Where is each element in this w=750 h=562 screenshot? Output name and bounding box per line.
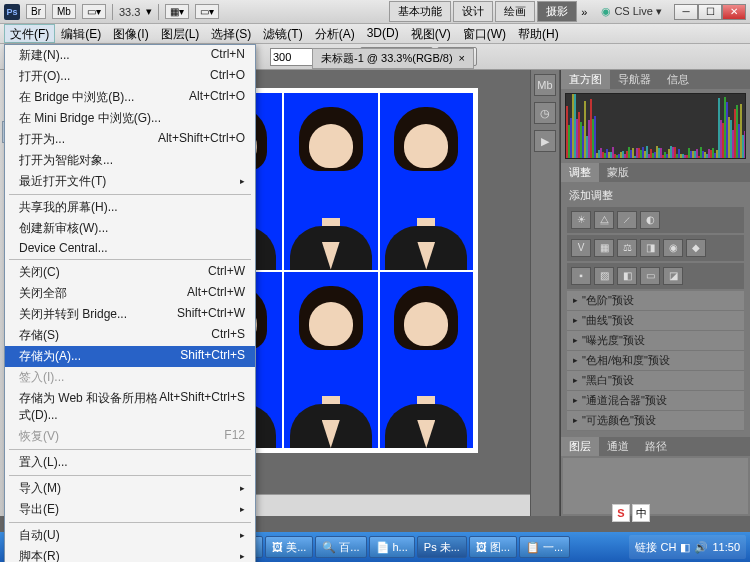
gradientmap-icon[interactable]: ▭ <box>640 267 660 285</box>
menu-item[interactable]: 打开为智能对象... <box>5 150 255 171</box>
ws-tab-design[interactable]: 设计 <box>453 1 493 22</box>
volume-icon[interactable]: 🔊 <box>694 541 708 554</box>
dock-actions-icon[interactable]: ▶ <box>534 130 556 152</box>
exposure-icon[interactable]: ◐ <box>640 211 660 229</box>
menu-image[interactable]: 图像(I) <box>107 24 154 43</box>
system-tray[interactable]: 链接 CH ◧ 🔊 11:50 <box>629 535 746 559</box>
zoom-dropdown-icon[interactable]: ▾ <box>146 5 152 18</box>
close-button[interactable]: ✕ <box>722 4 746 20</box>
vibrance-icon[interactable]: V <box>571 239 591 257</box>
ws-tab-photography[interactable]: 摄影 <box>537 1 577 22</box>
menu-item[interactable]: 共享我的屏幕(H)... <box>5 197 255 218</box>
channelmixer-icon[interactable]: ◆ <box>686 239 706 257</box>
dock-history-icon[interactable]: ◷ <box>534 102 556 124</box>
posterize-icon[interactable]: ▨ <box>594 267 614 285</box>
menu-item[interactable]: 置入(L)... <box>5 452 255 473</box>
document-tab[interactable]: 未标题-1 @ 33.3%(RGB/8)× <box>312 48 474 69</box>
tray-icon[interactable]: ◧ <box>680 541 690 554</box>
menu-window[interactable]: 窗口(W) <box>457 24 512 43</box>
invert-icon[interactable]: ▪ <box>571 267 591 285</box>
menu-analysis[interactable]: 分析(A) <box>309 24 361 43</box>
menu-item[interactable]: 关闭并转到 Bridge...Shift+Ctrl+W <box>5 304 255 325</box>
selectivecolor-icon[interactable]: ◪ <box>663 267 683 285</box>
tab-navigator[interactable]: 导航器 <box>610 70 659 89</box>
menu-item[interactable]: 打开为...Alt+Shift+Ctrl+O <box>5 129 255 150</box>
menu-3d[interactable]: 3D(D) <box>361 24 405 43</box>
tab-histogram[interactable]: 直方图 <box>561 70 610 89</box>
zoom-value[interactable]: 33.3 <box>119 6 140 18</box>
ws-tab-essentials[interactable]: 基本功能 <box>389 1 451 22</box>
tab-channels[interactable]: 通道 <box>599 437 637 456</box>
maximize-button[interactable]: ☐ <box>698 4 722 20</box>
threshold-icon[interactable]: ◧ <box>617 267 637 285</box>
adjustment-icons-row1: ☀ ⧋ ⟋ ◐ <box>567 207 744 233</box>
preset-item[interactable]: "可选颜色"预设 <box>567 411 744 431</box>
menu-item[interactable]: 在 Bridge 中浏览(B)...Alt+Ctrl+O <box>5 87 255 108</box>
menu-item[interactable]: 导入(M)▸ <box>5 478 255 499</box>
menu-item[interactable]: 最近打开文件(T)▸ <box>5 171 255 192</box>
menu-item[interactable]: 导出(E)▸ <box>5 499 255 520</box>
taskbar-item[interactable]: 🖼图... <box>469 536 517 558</box>
taskbar-item[interactable]: 🖼美... <box>265 536 313 558</box>
tab-info[interactable]: 信息 <box>659 70 697 89</box>
colorbalance-icon[interactable]: ⚖ <box>617 239 637 257</box>
ime-lang-icon[interactable]: 中 <box>632 504 650 522</box>
menu-view[interactable]: 视图(V) <box>405 24 457 43</box>
menu-item[interactable]: 新建(N)...Ctrl+N <box>5 45 255 66</box>
taskbar-item[interactable]: 📄h... <box>369 536 415 558</box>
brightness-icon[interactable]: ☀ <box>571 211 591 229</box>
bw-icon[interactable]: ◨ <box>640 239 660 257</box>
taskbar-item[interactable]: 🔍百... <box>315 536 366 558</box>
preset-item[interactable]: "黑白"预设 <box>567 371 744 391</box>
menu-select[interactable]: 选择(S) <box>205 24 257 43</box>
tab-masks[interactable]: 蒙版 <box>599 163 637 182</box>
tab-paths[interactable]: 路径 <box>637 437 675 456</box>
minimize-button[interactable]: ─ <box>674 4 698 20</box>
menu-item[interactable]: 在 Mini Bridge 中浏览(G)... <box>5 108 255 129</box>
ime-sogou-icon[interactable]: S <box>612 504 630 522</box>
menu-item[interactable]: 关闭全部Alt+Ctrl+W <box>5 283 255 304</box>
preset-item[interactable]: "曝光度"预设 <box>567 331 744 351</box>
menu-help[interactable]: 帮助(H) <box>512 24 565 43</box>
menu-item[interactable]: Device Central... <box>5 239 255 257</box>
clock[interactable]: 11:50 <box>712 541 740 553</box>
layers-panel-body[interactable] <box>563 458 748 514</box>
preset-item[interactable]: "色相/饱和度"预设 <box>567 351 744 371</box>
bridge-btn[interactable]: Br <box>26 4 46 19</box>
menu-item[interactable]: 创建新审核(W)... <box>5 218 255 239</box>
resolution-input[interactable] <box>270 48 318 66</box>
preset-list: "色阶"预设"曲线"预设"曝光度"预设"色相/饱和度"预设"黑白"预设"通道混合… <box>567 291 744 431</box>
minibridge-btn[interactable]: Mb <box>52 4 76 19</box>
menu-item[interactable]: 自动(U)▸ <box>5 525 255 546</box>
preset-item[interactable]: "通道混合器"预设 <box>567 391 744 411</box>
menu-edit[interactable]: 编辑(E) <box>55 24 107 43</box>
menu-item[interactable]: 存储为(A)...Shift+Ctrl+S <box>5 346 255 367</box>
taskbar-item[interactable]: 📋一... <box>519 536 570 558</box>
menu-item[interactable]: 关闭(C)Ctrl+W <box>5 262 255 283</box>
tab-layers[interactable]: 图层 <box>561 437 599 456</box>
view-extras-btn[interactable]: ▦▾ <box>165 4 189 19</box>
menu-file[interactable]: 文件(F) <box>4 24 55 43</box>
arrange-docs-btn[interactable]: ▭▾ <box>195 4 219 19</box>
close-doc-icon[interactable]: × <box>459 52 465 64</box>
menu-item[interactable]: 打开(O)...Ctrl+O <box>5 66 255 87</box>
menu-item[interactable]: 脚本(R)▸ <box>5 546 255 562</box>
menu-item[interactable]: 存储(S)Ctrl+S <box>5 325 255 346</box>
menu-layer[interactable]: 图层(L) <box>155 24 206 43</box>
taskbar-item[interactable]: Ps未... <box>417 536 467 558</box>
dock-minibridge-icon[interactable]: Mb <box>534 74 556 96</box>
levels-icon[interactable]: ⧋ <box>594 211 614 229</box>
preset-item[interactable]: "色阶"预设 <box>567 291 744 311</box>
ws-tab-painting[interactable]: 绘画 <box>495 1 535 22</box>
screen-mode-btn[interactable]: ▭▾ <box>82 4 106 19</box>
ws-more-icon[interactable]: » <box>579 6 589 18</box>
hue-icon[interactable]: ▦ <box>594 239 614 257</box>
photofilter-icon[interactable]: ◉ <box>663 239 683 257</box>
tab-adjustments[interactable]: 调整 <box>561 163 599 182</box>
cslive-button[interactable]: ◉ CS Live ▾ <box>595 3 668 20</box>
preset-item[interactable]: "曲线"预设 <box>567 311 744 331</box>
menu-item[interactable]: 存储为 Web 和设备所用格式(D)...Alt+Shift+Ctrl+S <box>5 388 255 426</box>
curves-icon[interactable]: ⟋ <box>617 211 637 229</box>
ime-indicator[interactable]: CH <box>661 541 677 553</box>
menu-filter[interactable]: 滤镜(T) <box>257 24 308 43</box>
